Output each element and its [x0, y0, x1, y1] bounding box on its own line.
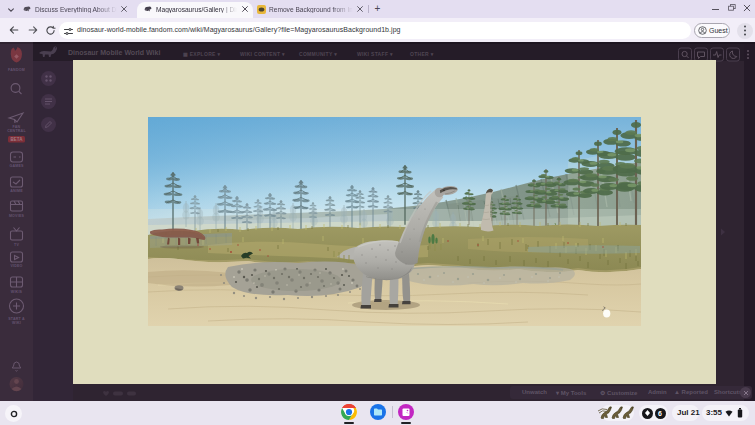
svg-text:BETA: BETA: [11, 137, 24, 142]
